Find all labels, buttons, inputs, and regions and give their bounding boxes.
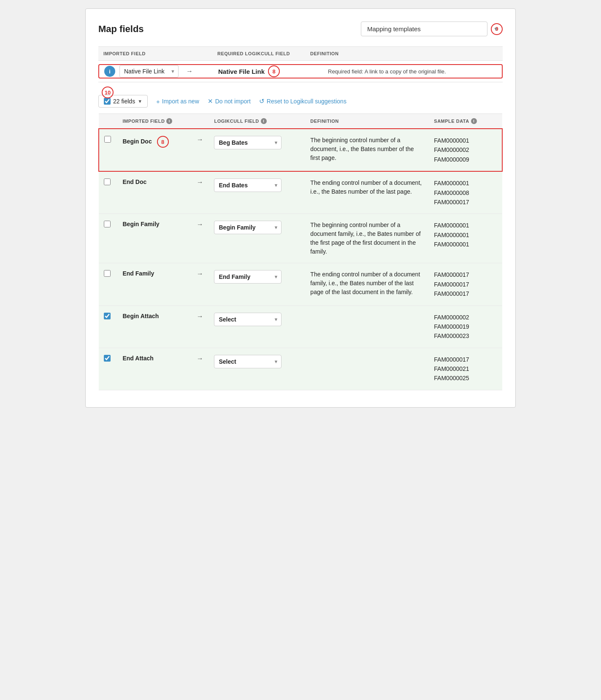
required-col-imported: IMPORTED FIELD — [98, 51, 212, 56]
logikcull-select-wrapper: Begin Family▼ — [214, 221, 282, 234]
required-field-row: i Native File Link ▼ → Native File Link … — [98, 64, 503, 78]
mapping-table: IMPORTED FIELD i LOGIKCULL FIELD i DEFIN… — [98, 114, 503, 390]
logikcull-field-select[interactable]: Select — [214, 355, 282, 368]
table-row: Begin Attach→Select▼FAM0000002FAM0000019… — [99, 305, 502, 348]
logikcull-select-wrapper: Select▼ — [214, 313, 282, 326]
imported-field-select-wrapper: Native File Link ▼ — [119, 65, 179, 78]
row-arrow-icon: → — [197, 270, 203, 277]
row-checkbox-cell — [99, 348, 117, 390]
imported-field-name: Begin Doc — [122, 138, 152, 145]
row-arrow-icon: → — [197, 221, 203, 228]
logikcull-field-cell: Select▼ — [209, 305, 305, 348]
do-not-import-label: Do not import — [215, 98, 251, 105]
row-checkbox[interactable] — [104, 178, 111, 185]
fields-count: 22 fields — [113, 98, 135, 105]
imported-field-name: Begin Attach — [122, 313, 159, 319]
imported-field-cell: End Doc — [117, 171, 191, 214]
row-checkbox[interactable] — [104, 270, 111, 277]
th-sample-data: SAMPLE DATA i — [429, 114, 502, 129]
do-not-import-button[interactable]: ✕ Do not import — [208, 97, 251, 105]
sample-data-cell: FAM0000002FAM0000019FAM0000023 — [429, 305, 502, 348]
logikcull-select-wrapper: Beg Bates▼ — [214, 136, 282, 149]
row-arrow-icon: → — [197, 136, 203, 143]
row-arrow-icon: → — [197, 313, 203, 320]
row-arrow-cell: → — [191, 214, 209, 263]
required-badge: 8 — [268, 65, 280, 77]
imported-field-select[interactable]: Native File Link — [119, 65, 179, 78]
imported-field-cell: End Attach — [117, 348, 191, 390]
definition-cell — [305, 348, 429, 390]
logikcull-field-select[interactable]: End Bates — [214, 178, 282, 192]
logikcull-field-select[interactable]: Begin Family — [214, 221, 282, 234]
sample-data-cell: FAM0000001FAM0000002FAM0000009 — [429, 129, 502, 171]
th-logikcull-field: LOGIKCULL FIELD i — [209, 114, 305, 129]
sample-data-cell: FAM0000017FAM0000021FAM0000025 — [429, 348, 502, 390]
row-arrow-cell: → — [191, 305, 209, 348]
required-field-section: IMPORTED FIELD REQUIRED LOGIKCULL FIELD … — [98, 46, 503, 82]
sample-data-cell: FAM0000017FAM0000017FAM0000017 — [429, 263, 502, 305]
row-arrow-cell: → — [191, 263, 209, 305]
required-definition: Required field: A link to a copy of the … — [323, 68, 502, 75]
row-checkbox-cell — [99, 263, 117, 305]
th-checkbox — [99, 114, 117, 129]
imported-field-name: End Family — [122, 270, 154, 277]
x-icon: ✕ — [208, 97, 213, 105]
row-checkbox-cell — [99, 214, 117, 263]
row-checkbox-cell — [99, 171, 117, 214]
row-badge: 8 — [157, 136, 169, 148]
reset-label: Reset to Logikcull suggestions — [267, 98, 347, 105]
mapping-templates-badge: 9 — [491, 23, 503, 35]
reset-button[interactable]: ↺ Reset to Logikcull suggestions — [259, 97, 347, 105]
import-as-new-button[interactable]: + Import as new — [156, 98, 199, 105]
row-arrow-icon: → — [197, 355, 203, 362]
table-header-row: IMPORTED FIELD i LOGIKCULL FIELD i DEFIN… — [99, 114, 502, 129]
table-row: End Attach→Select▼FAM0000017FAM0000021FA… — [99, 348, 502, 390]
definition-cell: The ending control number of a document,… — [305, 171, 429, 214]
logikcull-select-wrapper: End Bates▼ — [214, 178, 282, 192]
table-row: Begin Family→Begin Family▼The beginning … — [99, 214, 502, 263]
mapping-templates-select[interactable]: Mapping templates — [361, 22, 487, 36]
fields-checkbox[interactable] — [104, 98, 111, 105]
row-checkbox-cell — [99, 129, 117, 171]
row-arrow-cell: → — [191, 171, 209, 214]
required-col-logikcull: REQUIRED LOGIKCULL FIELD — [212, 51, 305, 56]
table-row: Begin Doc8→Beg Bates▼The beginning contr… — [99, 129, 502, 171]
page-header: Map fields Mapping templates ▼ 9 — [98, 22, 503, 36]
logikcull-field-select[interactable]: End Family — [214, 270, 282, 284]
definition-cell: The beginning control number of a docume… — [305, 129, 429, 171]
row-checkbox[interactable] — [104, 355, 111, 362]
required-header: IMPORTED FIELD REQUIRED LOGIKCULL FIELD … — [98, 47, 503, 61]
logikcull-field-cell: Select▼ — [209, 348, 305, 390]
table-row: End Family→End Family▼The ending control… — [99, 263, 502, 305]
row-checkbox[interactable] — [104, 221, 111, 227]
logikcull-field-select[interactable]: Select — [214, 313, 282, 326]
imported-field-name: End Doc — [122, 178, 146, 185]
fields-dropdown-chevron-icon: ▼ — [138, 99, 142, 104]
table-row: End Doc→End Bates▼The ending control num… — [99, 171, 502, 214]
plus-icon: + — [156, 98, 160, 105]
row-checkbox[interactable] — [104, 136, 111, 143]
th-arrow — [191, 114, 209, 129]
row-arrow-cell: → — [191, 129, 209, 171]
th-imported-field: IMPORTED FIELD i — [117, 114, 191, 129]
row-arrow-cell: → — [191, 348, 209, 390]
imported-field-info-icon: i — [166, 118, 172, 124]
th-definition: DEFINITION — [305, 114, 429, 129]
logikcull-field-cell: End Family▼ — [209, 263, 305, 305]
info-icon: i — [104, 66, 115, 77]
definition-cell: The beginning control number of a docume… — [305, 214, 429, 263]
logikcull-field-info-icon: i — [261, 118, 267, 124]
required-field-middle: Native File Link 8 — [213, 65, 323, 77]
imported-field-cell: Begin Attach — [117, 305, 191, 348]
sample-data-cell: FAM0000001FAM0000001FAM0000001 — [429, 214, 502, 263]
sample-data-info-icon: i — [471, 118, 477, 124]
page-container: Map fields Mapping templates ▼ 9 IMPORTE… — [85, 8, 516, 408]
row-checkbox[interactable] — [104, 313, 111, 319]
badge-10: 10 — [102, 86, 114, 98]
page-title: Map fields — [98, 24, 144, 35]
required-field-name: Native File Link — [218, 68, 265, 75]
logikcull-field-select[interactable]: Beg Bates — [214, 136, 282, 149]
required-col-definition: DEFINITION — [305, 51, 503, 56]
imported-field-name: Begin Family — [122, 221, 159, 227]
logikcull-select-wrapper: Select▼ — [214, 355, 282, 368]
